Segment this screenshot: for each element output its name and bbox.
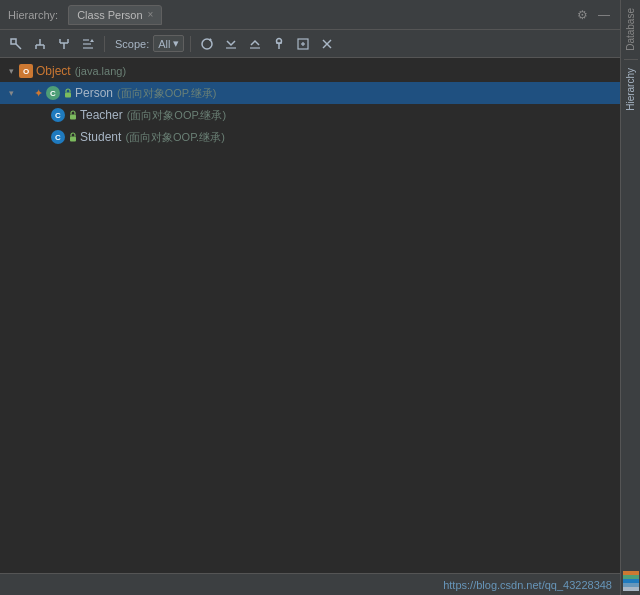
status-bar: https://blog.csdn.net/qq_43228348 [0,573,620,595]
svg-line-1 [16,44,21,49]
sort-button[interactable] [78,34,98,54]
toolbar: Scope: All ▾ [0,30,620,58]
lock-icon-teacher [68,110,78,120]
export-icon [296,37,310,51]
export-button[interactable] [293,34,313,54]
node-pkg-teacher: (面向对象OOP.继承) [127,108,226,123]
tab-bar-right: ⚙ — [574,7,620,23]
scope-label: Scope: [115,38,149,50]
refresh-icon [200,37,214,51]
close-icon [321,38,333,50]
node-pkg-person: (面向对象OOP.继承) [117,86,216,101]
tree-node-person[interactable]: ▾ ✦ C Person (面向对象OOP.继承) [0,82,620,104]
subtypes-button[interactable] [30,34,50,54]
scope-value: All [158,38,170,50]
teal-class-icon-person: C [46,86,60,100]
class-icon-teacher: C [50,107,66,123]
refresh-button[interactable] [197,34,217,54]
orange-class-icon: O [19,64,33,78]
lock-svg-teacher [68,110,78,120]
scope-arrow-icon: ▾ [173,37,179,50]
expand-icon-person: ▾ [4,86,18,100]
minimize-icon[interactable]: — [596,7,612,23]
svg-rect-23 [65,93,71,98]
toolbar-sep-2 [190,36,191,52]
expand-all-icon [224,37,238,51]
tab-title: Class Person [77,9,142,21]
close-button[interactable] [317,34,337,54]
expand-icon-object: ▾ [4,64,18,78]
color-stripe-5 [623,587,639,591]
svg-rect-0 [11,39,16,44]
svg-rect-25 [70,137,76,142]
toolbar-sep-1 [104,36,105,52]
node-pkg-student: (面向对象OOP.继承) [125,130,224,145]
class-icon-person: C [45,85,61,101]
sidebar-tab-hierarchy[interactable]: Hierarchy [623,60,638,119]
collapse-all-button[interactable] [245,34,265,54]
node-pkg-object: (java.lang) [75,65,126,77]
supertypes-icon [57,37,71,51]
tab-bar-left: Hierarchy: Class Person × [8,5,162,25]
star-icon-person: ✦ [34,87,43,100]
node-name-person: Person [75,86,113,100]
tree-node-teacher[interactable]: ▾ C Teacher (面向对象OOP.继承) [0,104,620,126]
right-sidebar: Database Hierarchy [620,0,640,595]
node-name-teacher: Teacher [80,108,123,122]
lock-svg-student [68,132,78,142]
supertypes-button[interactable] [54,34,74,54]
tab-close-icon[interactable]: × [148,9,154,20]
sort-icon [81,37,95,51]
class-person-tab[interactable]: Class Person × [68,5,162,25]
panel-label: Hierarchy: [8,9,58,21]
cyan-class-icon-teacher: C [51,108,65,122]
node-name-object: Object [36,64,71,78]
class-icon-object: O [18,63,34,79]
settings-icon[interactable]: ⚙ [574,7,590,23]
collapse-all-icon [248,37,262,51]
status-url: https://blog.csdn.net/qq_43228348 [443,579,612,591]
locate-button[interactable] [6,34,26,54]
lock-icon-person [63,88,73,98]
class-icon-student: C [50,129,66,145]
lock-icon-student [68,132,78,142]
scope-dropdown[interactable]: All ▾ [153,35,184,52]
sidebar-tab-database[interactable]: Database [623,0,638,59]
lock-svg-person [63,88,73,98]
tree-node-student[interactable]: ▾ C Student (面向对象OOP.继承) [0,126,620,148]
tree-node-object[interactable]: ▾ O Object (java.lang) [0,60,620,82]
main-panel: Hierarchy: Class Person × ⚙ — [0,0,620,595]
color-bar [623,571,639,591]
tab-bar: Hierarchy: Class Person × ⚙ — [0,0,620,30]
svg-rect-24 [70,115,76,120]
pin-icon [272,37,286,51]
cyan-class-icon-student: C [51,130,65,144]
subtypes-icon [33,37,47,51]
locate-icon [9,37,23,51]
pin-button[interactable] [269,34,289,54]
node-name-student: Student [80,130,121,144]
expand-all-button[interactable] [221,34,241,54]
tree-area: ▾ O Object (java.lang) ▾ ✦ C Person [0,58,620,573]
